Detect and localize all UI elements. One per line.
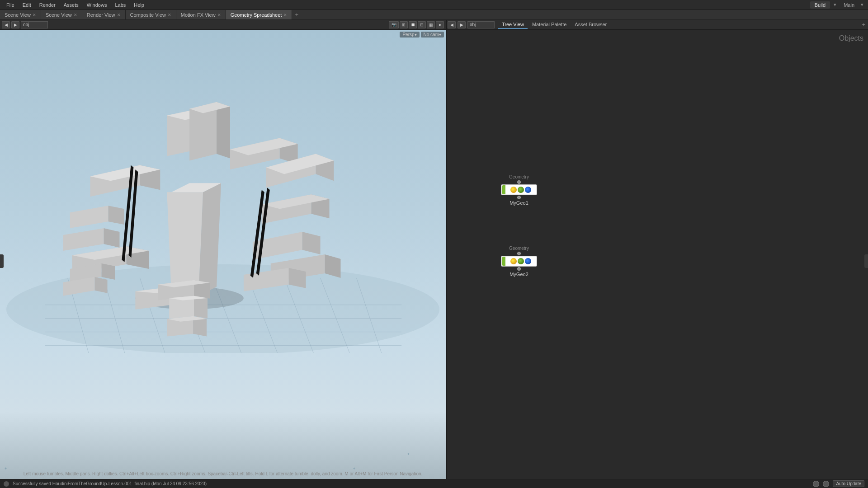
tab-scene-view-1[interactable]: Scene View ✕: [0, 10, 41, 19]
right-path-input[interactable]: [467, 21, 495, 28]
geo-node1-top-connector: [517, 180, 521, 184]
geo-node2-name: MyGeo2: [509, 272, 528, 277]
tab-scene-view-2[interactable]: Scene View ✕: [41, 10, 82, 19]
tab-material-palette[interactable]: Material Palette: [528, 21, 570, 29]
svg-marker-67: [102, 263, 115, 280]
geo-node-mygeo1[interactable]: Geometry MyGeo: [501, 174, 537, 206]
viewport-render-btn[interactable]: ●: [436, 21, 444, 28]
geo-node2-body[interactable]: [501, 256, 537, 267]
viewport-toggle-btn[interactable]: ⊞: [400, 21, 408, 28]
objects-panel-title: Objects: [839, 34, 863, 42]
svg-marker-25: [63, 228, 104, 251]
menu-help[interactable]: Help: [130, 1, 148, 9]
tab-composite-view[interactable]: Composite View ✕: [126, 10, 176, 19]
svg-marker-48: [302, 232, 321, 254]
viewport-toolbar: ◀ ▶ 📷 ⊞ 🔲 ⊟ ▦ ●: [0, 20, 446, 30]
tab-geo-spreadsheet[interactable]: Geometry Spreadsheet ✕: [226, 10, 292, 19]
viewport-snap-btn[interactable]: 🔲: [409, 21, 417, 28]
svg-marker-27: [70, 206, 108, 228]
tab-add-button[interactable]: +: [292, 10, 301, 19]
geo-node1-bottom-connector: [517, 196, 521, 199]
svg-marker-26: [104, 228, 120, 248]
status-indicator2: [823, 481, 829, 487]
geo-node-mygeo2[interactable]: Geometry MyGeo2: [501, 246, 537, 277]
tab-close-5[interactable]: ✕: [217, 13, 221, 17]
tab-motion-fx[interactable]: Motion FX View ✕: [176, 10, 226, 19]
menu-windows[interactable]: Windows: [83, 1, 111, 9]
build-button[interactable]: Build: [810, 1, 830, 9]
tab-close-1[interactable]: ✕: [33, 13, 36, 17]
geo-node1-name: MyGeo1: [509, 200, 528, 206]
tab-close-3[interactable]: ✕: [117, 13, 121, 17]
tab-close-6[interactable]: ✕: [283, 13, 287, 17]
menu-edit[interactable]: Edit: [19, 1, 35, 9]
right-back-btn[interactable]: ◀: [448, 21, 456, 28]
tab-close-2[interactable]: ✕: [74, 13, 77, 17]
geo-node2-top-connector: [517, 252, 521, 255]
right-fwd-btn[interactable]: ▶: [458, 21, 466, 28]
coord-bottom-left: +: [5, 466, 7, 471]
svg-marker-16: [167, 192, 203, 296]
svg-marker-61: [194, 296, 208, 319]
objects-panel-content: Objects Geometry: [447, 30, 868, 479]
menu-bar: File Edit Render Assets Windows Labs Hel…: [0, 0, 868, 10]
menu-render[interactable]: Render: [36, 1, 59, 9]
3d-viewport-svg: [0, 30, 446, 353]
geo-node2-type: Geometry: [509, 246, 529, 251]
menu-file[interactable]: File: [3, 1, 18, 9]
tab-render-view[interactable]: Render View ✕: [82, 10, 126, 19]
tab-asset-browser[interactable]: Asset Browser: [571, 21, 610, 29]
auto-update-btn[interactable]: Auto Update: [833, 480, 864, 487]
viewport-canvas[interactable]: Persp▾ No cam▾ Left mouse tumbles. Middl…: [0, 30, 446, 479]
menu-labs[interactable]: Labs: [111, 1, 129, 9]
menu-assets[interactable]: Assets: [60, 1, 82, 9]
svg-marker-28: [108, 206, 124, 225]
nocam-label[interactable]: No cam▾: [421, 32, 444, 38]
path-input[interactable]: [21, 21, 48, 28]
viewport-info-text: Left mouse tumbles. Middle pans. Right d…: [24, 471, 423, 476]
toolbar-fwd-btn[interactable]: ▶: [11, 21, 19, 28]
tabs-bar: Scene View ✕ Scene View ✕ Render View ✕ …: [0, 10, 868, 20]
geo-node1-icon: [505, 185, 536, 194]
status-bar: Successfully saved HoudiniFromTheGroundU…: [0, 479, 868, 488]
status-indicator: [813, 481, 819, 487]
coord-bottom-middle: +: [353, 466, 355, 471]
right-tab-add[interactable]: +: [862, 21, 865, 28]
viewport-grid-btn[interactable]: ⊟: [418, 21, 426, 28]
main-label: Main: [840, 1, 858, 9]
camera-labels: Persp▾ No cam▾: [400, 32, 444, 38]
persp-label[interactable]: Persp▾: [400, 32, 419, 38]
left-collapse-tab[interactable]: [0, 254, 4, 268]
tab-tree-view[interactable]: Tree View: [498, 21, 528, 29]
right-panel: ◀ ▶ Tree View Material Palette Asset Bro…: [447, 20, 868, 479]
geo-node2-bottom-connector: [517, 267, 521, 271]
svg-marker-36: [217, 102, 230, 159]
geo-node1-body[interactable]: [501, 184, 537, 195]
status-text: Successfully saved HoudiniFromTheGroundU…: [13, 481, 207, 486]
viewport-cam-btn[interactable]: 📷: [389, 21, 399, 28]
coord-bottom-right: +: [407, 452, 410, 456]
svg-marker-69: [95, 277, 108, 293]
toolbar-back-btn[interactable]: ◀: [2, 21, 10, 28]
tab-close-4[interactable]: ✕: [168, 13, 171, 17]
right-collapse-tab[interactable]: [864, 254, 868, 268]
left-panel: ◀ ▶ 📷 ⊞ 🔲 ⊟ ▦ ●: [0, 20, 447, 479]
geo-node2-icon: [505, 257, 536, 266]
status-icon: [4, 481, 9, 487]
geo-node1-type: Geometry: [509, 174, 529, 179]
viewport-display-btn[interactable]: ▦: [427, 21, 435, 28]
